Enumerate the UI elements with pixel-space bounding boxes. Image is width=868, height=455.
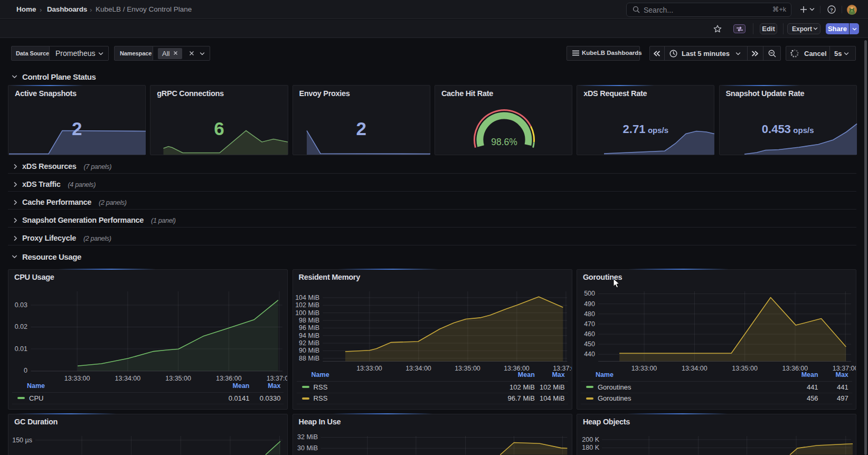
svg-text:?: ? (830, 7, 833, 13)
svg-text:98.6%: 98.6% (491, 137, 517, 147)
